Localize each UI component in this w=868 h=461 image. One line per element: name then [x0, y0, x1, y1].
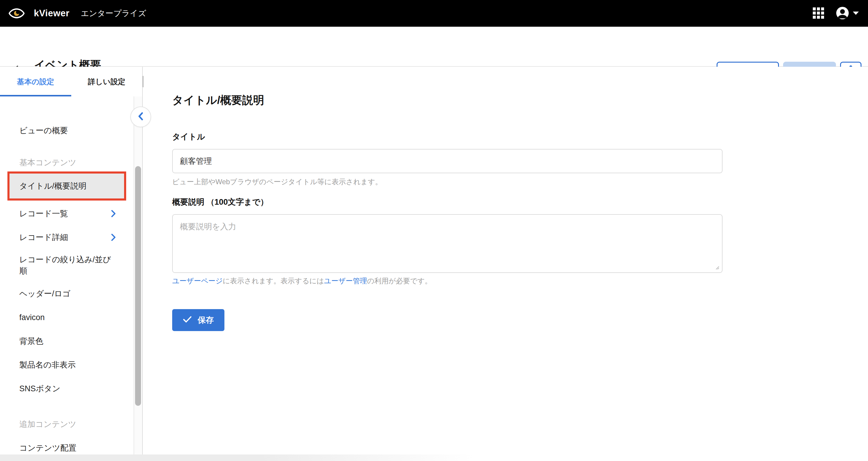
account-menu-button[interactable] [836, 6, 859, 21]
save-button-label: 保存 [198, 315, 214, 325]
sidebar-item-record-filter-sort[interactable]: レコードの絞り込み/並び順 [0, 249, 133, 282]
sidebar-item-label: タイトル/概要説明 [19, 180, 86, 191]
help-text-tail: の利用が必要です。 [367, 277, 432, 285]
app-window: kViewer エンタープライズ [0, 0, 868, 461]
content-heading: タイトル/概要説明 [172, 93, 264, 108]
sidebar-tabs: 基本の設定 詳しい設定 [0, 67, 142, 96]
sidebar-item-sns-buttons[interactable]: SNSボタン [0, 377, 133, 400]
tab-basic-settings[interactable]: 基本の設定 [0, 67, 71, 96]
sidebar-nav: ビューの概要 基本コンテンツ タイトル/概要説明 レコード一覧 レコード詳細 レ… [0, 119, 133, 460]
help-text-mid: に表示されます。表示するには [223, 277, 324, 285]
topbar: kViewer エンタープライズ [0, 0, 868, 27]
sidebar-item-label: レコード詳細 [19, 232, 68, 243]
sidebar-scrollbar-thumb[interactable] [135, 166, 141, 406]
sidebar-item-title-description[interactable]: タイトル/概要説明 [7, 171, 126, 201]
bottom-scroll-shadow [0, 455, 475, 461]
eye-icon [8, 8, 25, 19]
apps-grid-button[interactable] [813, 7, 824, 20]
avatar-icon [836, 6, 849, 21]
topbar-right [813, 0, 859, 27]
title-input[interactable] [172, 149, 722, 173]
sidebar-section-additional-content: 追加コンテンツ [0, 413, 133, 436]
check-icon [183, 316, 192, 325]
save-button[interactable]: 保存 [172, 309, 224, 331]
chevron-down-icon [852, 11, 859, 16]
sidebar-item-favicon[interactable]: favicon [0, 305, 133, 329]
description-textarea[interactable] [172, 214, 722, 273]
sidebar-item-background-color[interactable]: 背景色 [0, 329, 133, 353]
tab-advanced-settings[interactable]: 詳しい設定 [71, 67, 143, 96]
plan-label: エンタープライズ [81, 8, 146, 19]
description-help-text: ユーザーページに表示されます。表示するにはユーザー管理の利用が必要です。 [172, 276, 432, 286]
description-field-label: 概要説明 （100文字まで） [172, 197, 268, 207]
sidebar-collapse-button[interactable] [130, 106, 151, 127]
sidebar-item-record-list[interactable]: レコード一覧 [0, 202, 133, 226]
sidebar-item-view-overview[interactable]: ビューの概要 [0, 119, 133, 142]
sidebar-item-label: レコード一覧 [19, 208, 68, 219]
user-page-link[interactable]: ユーザーページ [172, 277, 223, 285]
sidebar-section-basic-content: 基本コンテンツ [0, 151, 133, 174]
title-field-label: タイトル [172, 131, 205, 142]
sidebar-item-hide-product-name[interactable]: 製品名の非表示 [0, 353, 133, 377]
grid-icon [813, 7, 824, 20]
main-content: タイトル/概要説明 タイトル ビュー上部やWebブラウザのページタイトル等に表示… [144, 67, 868, 461]
sidebar-item-header-logo[interactable]: ヘッダー/ロゴ [0, 282, 133, 305]
chevron-right-icon [111, 210, 116, 218]
page-header: イベント概要 公開中 https:// 変更 プレビュー [0, 27, 868, 67]
sidebar-item-record-detail[interactable]: レコード詳細 [0, 226, 133, 249]
chevron-right-icon [111, 233, 116, 241]
settings-sidebar: 基本の設定 詳しい設定 ビューの概要 基本コンテンツ タイトル/概要説明 レコー… [0, 67, 143, 461]
brand-name: kViewer [34, 8, 69, 19]
user-management-link[interactable]: ユーザー管理 [324, 277, 367, 285]
chevron-left-icon [138, 112, 144, 122]
title-help-text: ビュー上部やWebブラウザのページタイトル等に表示されます。 [172, 177, 382, 187]
